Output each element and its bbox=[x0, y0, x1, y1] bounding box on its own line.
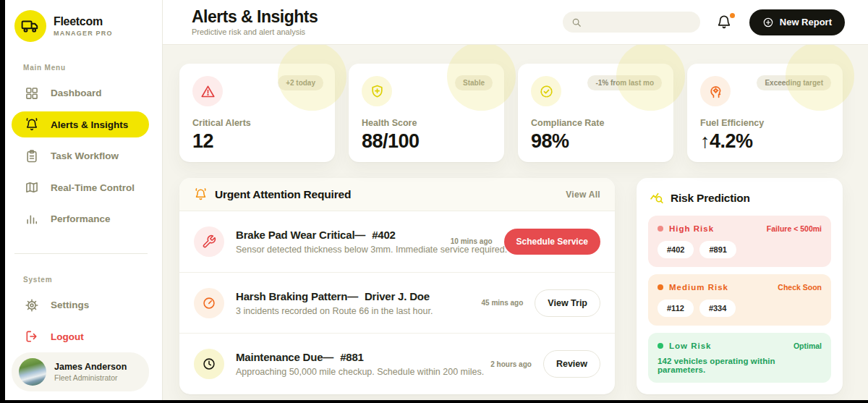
sidebar-item-label: Dashboard bbox=[51, 88, 102, 98]
trend-search-icon bbox=[650, 191, 664, 205]
bar-chart-icon bbox=[25, 211, 39, 226]
sidebar-item-label: Real-Time Control bbox=[51, 182, 135, 193]
review-button[interactable]: Review bbox=[543, 350, 600, 378]
sidebar-item-label: Task Workflow bbox=[51, 150, 119, 161]
alert-ref: Driver J. Doe bbox=[365, 290, 430, 302]
app-tagline: Manager Pro bbox=[54, 30, 113, 37]
vehicle-pill[interactable]: #112 bbox=[658, 300, 694, 317]
shield-plus-icon bbox=[362, 76, 392, 106]
dashboard-grid-icon bbox=[25, 86, 39, 101]
alert-timestamp: 10 mins ago bbox=[451, 237, 493, 245]
alert-description: 3 incidents recorded on Route 66 in the … bbox=[236, 306, 433, 316]
vehicle-pill[interactable]: #334 bbox=[699, 300, 736, 317]
wrench-icon bbox=[194, 226, 224, 257]
new-report-label: New Report bbox=[780, 17, 832, 27]
window-bottom-edge bbox=[0, 400, 868, 403]
panels-row: Urgent Attention Required View All Brake… bbox=[179, 178, 843, 394]
urgent-attention-panel: Urgent Attention Required View All Brake… bbox=[179, 178, 615, 394]
new-report-button[interactable]: New Report bbox=[749, 9, 845, 35]
urgent-panel-header: Urgent Attention Required View All bbox=[179, 178, 615, 211]
alert-title: Brake Pad Wear Critical— bbox=[236, 229, 365, 241]
alert-row-maintenance-due: Maintenance Due— #881 Approaching 50,000… bbox=[179, 334, 615, 394]
user-profile-card[interactable]: James Anderson Fleet Administrator bbox=[12, 352, 149, 391]
vehicle-pill[interactable]: #891 bbox=[699, 241, 736, 258]
sidebar-item-performance[interactable]: Performance bbox=[12, 206, 149, 232]
alert-timestamp: 2 hours ago bbox=[490, 360, 532, 368]
search-icon bbox=[571, 17, 582, 27]
risk-prediction-panel: Risk Prediction High Risk Failure < 500m… bbox=[637, 178, 843, 394]
page-title: Alerts & Insights bbox=[192, 8, 318, 25]
stat-card-health-score: Stable Health Score 88/100 bbox=[349, 64, 504, 162]
sidebar-item-task-workflow[interactable]: Task Workflow bbox=[12, 143, 149, 169]
alert-description: Approaching 50,000 mile checkup. Schedul… bbox=[236, 367, 479, 377]
stat-label: Compliance Rate bbox=[531, 118, 660, 128]
sidebar-item-label: Settings bbox=[51, 300, 89, 310]
nav-section-system-label: System bbox=[0, 276, 162, 284]
gauge-icon bbox=[194, 288, 224, 318]
search-bar[interactable] bbox=[563, 12, 700, 33]
stat-value: 98% bbox=[531, 130, 660, 153]
risk-level-name: Medium Risk bbox=[669, 283, 728, 292]
low-risk-dot bbox=[658, 343, 663, 349]
stat-value: 88/100 bbox=[362, 130, 491, 153]
stat-card-fuel-efficiency: Exceeding target Fuel Efficiency ↑4.2% bbox=[687, 64, 843, 162]
alert-ref: #881 bbox=[340, 351, 364, 363]
sidebar-item-alerts-insights[interactable]: Alerts & Insights bbox=[12, 111, 149, 137]
stats-row: +2 today Critical Alerts 12 Stable Healt… bbox=[179, 64, 843, 162]
alert-row-brake-pad: Brake Pad Wear Critical— #402 Sensor det… bbox=[179, 211, 615, 273]
sidebar-item-logout[interactable]: Logout bbox=[12, 324, 149, 349]
stat-value: 12 bbox=[192, 130, 322, 153]
high-risk-dot bbox=[658, 226, 663, 232]
avatar bbox=[19, 358, 46, 386]
user-name: James Anderson bbox=[54, 362, 127, 372]
stat-badge: -1% from last mo bbox=[587, 75, 662, 90]
sidebar-item-settings[interactable]: Settings bbox=[12, 292, 149, 318]
sidebar-item-label: Performance bbox=[51, 213, 111, 224]
risk-level-note: 142 vehicles operating within parameters… bbox=[658, 357, 822, 374]
risk-level-tag: Optimal bbox=[793, 342, 822, 350]
schedule-service-button[interactable]: Schedule Service bbox=[504, 229, 600, 255]
sidebar-item-label: Alerts & Insights bbox=[51, 119, 128, 130]
search-input[interactable] bbox=[587, 17, 689, 27]
risk-level-tag: Failure < 500mi bbox=[767, 224, 822, 233]
user-role: Fleet Administrator bbox=[54, 373, 127, 382]
notification-dot bbox=[730, 13, 735, 18]
plus-circle-icon bbox=[762, 17, 774, 28]
truck-icon bbox=[14, 10, 46, 42]
logout-icon bbox=[25, 329, 39, 344]
page-subtitle: Predictive risk and alert analysis bbox=[192, 27, 318, 36]
topbar: Alerts & Insights Predictive risk and al… bbox=[163, 0, 868, 45]
vehicle-pill[interactable]: #402 bbox=[658, 241, 694, 258]
risk-level-high: High Risk Failure < 500mi #402 #891 bbox=[648, 216, 831, 267]
sidebar: Fleetcom Manager Pro Main Menu Dashboard… bbox=[0, 0, 163, 403]
up-arrow: ↑ bbox=[700, 130, 710, 152]
stat-badge: Exceeding target bbox=[757, 75, 831, 90]
app-name: Fleetcom bbox=[54, 15, 113, 28]
stat-badge: +2 today bbox=[278, 75, 323, 90]
stat-value: ↑4.2% bbox=[700, 130, 830, 153]
window-left-edge bbox=[0, 0, 5, 403]
view-all-link[interactable]: View All bbox=[566, 190, 600, 200]
clipboard-icon bbox=[25, 149, 39, 164]
main-column: Alerts & Insights Predictive risk and al… bbox=[163, 0, 868, 403]
notifications-button[interactable] bbox=[716, 14, 733, 31]
alert-description: Sensor detected thickness below 3mm. Imm… bbox=[236, 245, 439, 255]
stat-label: Critical Alerts bbox=[192, 118, 322, 128]
warning-triangle-icon bbox=[192, 76, 223, 106]
app-window: Fleetcom Manager Pro Main Menu Dashboard… bbox=[0, 0, 868, 403]
risk-level-medium: Medium Risk Check Soon #112 #334 bbox=[648, 274, 831, 326]
sidebar-item-real-time-control[interactable]: Real-Time Control bbox=[12, 174, 149, 200]
risk-level-name: Low Risk bbox=[669, 342, 711, 350]
content-area: +2 today Critical Alerts 12 Stable Healt… bbox=[163, 45, 868, 403]
seal-check-icon bbox=[531, 76, 561, 106]
stat-badge: Stable bbox=[455, 75, 493, 90]
view-trip-button[interactable]: View Trip bbox=[535, 289, 600, 317]
sidebar-item-dashboard[interactable]: Dashboard bbox=[12, 80, 149, 106]
alert-title: Harsh Braking Pattern— bbox=[236, 290, 358, 302]
sidebar-divider bbox=[14, 253, 148, 254]
bell-icon bbox=[25, 117, 39, 132]
urgent-panel-title: Urgent Attention Required bbox=[215, 188, 351, 201]
risk-level-low: Low Risk Optimal 142 vehicles operating … bbox=[648, 333, 831, 383]
risk-level-tag: Check Soon bbox=[778, 283, 822, 292]
alert-ref: #402 bbox=[372, 229, 396, 241]
